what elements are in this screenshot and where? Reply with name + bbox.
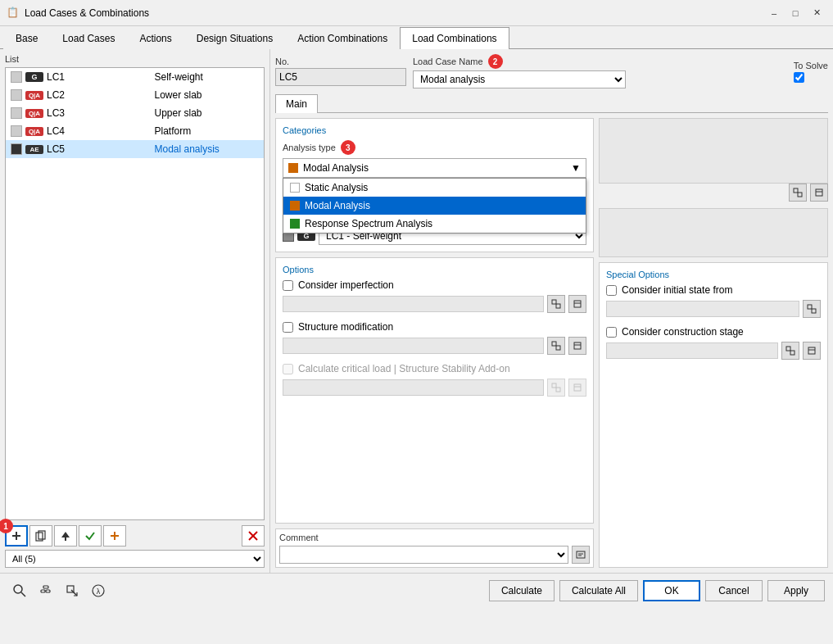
option-row-construction-stage: Consider construction stage [606, 326, 821, 360]
minimize-button[interactable]: – [764, 5, 784, 21]
dropdown-item-modal[interactable]: Modal Analysis [283, 197, 586, 215]
svg-rect-23 [577, 551, 585, 558]
dropdown-arrow-icon: ▼ [571, 162, 581, 174]
svg-rect-38 [43, 586, 48, 588]
ok-button[interactable]: OK [643, 580, 700, 601]
svg-rect-27 [798, 193, 802, 197]
comment-section: Comment [275, 528, 594, 568]
tab-actions[interactable]: Actions [127, 27, 183, 49]
svg-line-37 [21, 592, 25, 596]
initial-state-btn[interactable] [803, 300, 821, 318]
bottom-icons: λ [8, 579, 110, 602]
construction-stage-btn1[interactable] [781, 342, 799, 360]
structure-btn1[interactable] [547, 337, 565, 355]
category-btn2[interactable] [810, 184, 828, 202]
analysis-type-list: Static Analysis Modal Analysis Response … [283, 178, 586, 234]
structure-modification-label: Structure modification [298, 321, 393, 333]
tab-action-combinations[interactable]: Action Combinations [285, 27, 400, 49]
circle-badge-2: 2 [488, 54, 503, 69]
imperfection-btn2[interactable] [568, 295, 586, 313]
svg-rect-31 [812, 309, 816, 313]
circle-badge-3: 3 [341, 140, 355, 155]
consider-construction-stage-checkbox[interactable] [606, 327, 617, 338]
comment-select[interactable] [279, 546, 568, 564]
move-up-button[interactable] [54, 525, 77, 546]
initial-state-input [606, 301, 799, 317]
svg-text:λ: λ [97, 587, 101, 596]
list-item-name-lc5: Modal analysis [155, 143, 260, 155]
list-item-selected[interactable]: AE LC5 Modal analysis [6, 140, 264, 158]
side-gray-box-top [599, 118, 828, 184]
list-item-id-lc4: LC4 [47, 125, 152, 137]
dropdown-item-response[interactable]: Response Spectrum Analysis [283, 215, 586, 233]
category-btn1[interactable] [789, 184, 807, 202]
apply-button[interactable]: Apply [767, 580, 825, 601]
tab-load-cases[interactable]: Load Cases [50, 27, 127, 49]
imperfection-btn1[interactable] [547, 295, 565, 313]
svg-rect-33 [790, 351, 795, 355]
app-icon: 📋 [7, 7, 20, 20]
list-item[interactable]: Q|A LC3 Upper slab [6, 104, 264, 122]
svg-rect-32 [786, 347, 790, 351]
dropdown-item-label: Static Analysis [305, 182, 368, 193]
to-solve-checkbox[interactable] [794, 72, 804, 83]
critical-btn2 [568, 379, 586, 397]
critical-btn1 [547, 379, 565, 397]
list-filter-select[interactable]: All (5) [5, 550, 265, 568]
tab-design-situations[interactable]: Design Situations [184, 27, 285, 49]
item-color-lc3 [11, 107, 22, 119]
close-button[interactable]: ✕ [807, 5, 826, 21]
tab-base[interactable]: Base [3, 27, 50, 49]
list-item-id-lc2: LC2 [47, 89, 152, 101]
list-item-name-lc1: Self-weight [155, 71, 260, 83]
construction-stage-btn2[interactable] [803, 342, 821, 360]
delete-item-button[interactable] [242, 525, 265, 546]
options-section: Options Consider imperfection [275, 257, 594, 524]
maximize-button[interactable]: □ [785, 5, 805, 21]
badge-lc4: Q|A [25, 127, 43, 136]
consider-imperfection-checkbox[interactable] [283, 280, 293, 291]
load-case-name-select[interactable]: Modal analysis [413, 70, 626, 88]
list-item-id-lc5: LC5 [47, 143, 152, 155]
load-case-name-group: Load Case Name 2 Modal analysis [413, 54, 626, 88]
window-controls: – □ ✕ [764, 5, 826, 21]
no-field-group: No. [275, 57, 406, 86]
initial-state-sub-row [606, 300, 821, 318]
dropdown-item-static[interactable]: Static Analysis [283, 179, 586, 197]
list-item[interactable]: Q|A LC2 Lower slab [6, 86, 264, 104]
duplicate-item-button[interactable] [29, 525, 52, 546]
structure-btn2[interactable] [568, 337, 586, 355]
svg-rect-19 [552, 383, 556, 388]
side-content: Special Options Consider initial state f… [599, 118, 828, 568]
uncheck-button[interactable] [103, 525, 126, 546]
check-button[interactable] [79, 525, 102, 546]
badge-lc5: AE [25, 145, 43, 154]
svg-rect-20 [556, 388, 560, 392]
cancel-button[interactable]: Cancel [705, 580, 763, 601]
critical-load-checkbox[interactable] [283, 364, 293, 374]
list-item[interactable]: Q|A LC4 Platform [6, 122, 264, 140]
title-bar: 📋 Load Cases & Combinations – □ ✕ [0, 0, 833, 26]
calculate-all-button[interactable]: Calculate All [559, 580, 638, 601]
critical-load-label: Calculate critical load | Structure Stab… [298, 363, 510, 374]
settings-icon-btn[interactable] [34, 579, 57, 602]
export-icon-btn[interactable] [61, 579, 84, 602]
comment-btn[interactable] [572, 546, 590, 564]
search-icon-btn[interactable] [8, 579, 31, 602]
consider-initial-state-checkbox[interactable] [606, 285, 617, 296]
construction-stage-input [606, 342, 778, 359]
svg-rect-16 [556, 346, 560, 350]
tab-load-combinations[interactable]: Load Combinations [400, 27, 509, 49]
list-item[interactable]: G LC1 Self-weight [6, 68, 264, 86]
structure-input [283, 338, 544, 354]
calculate-button[interactable]: Calculate [489, 580, 555, 601]
tab-main[interactable]: Main [275, 94, 318, 113]
structure-modification-checkbox[interactable] [283, 322, 293, 333]
info-icon-btn[interactable]: λ [87, 579, 110, 602]
no-input[interactable] [275, 68, 406, 86]
list-item-id-lc3: LC3 [47, 107, 152, 119]
analysis-type-dropdown[interactable]: Modal Analysis ▼ [283, 158, 586, 178]
main-tab-bar: Base Load Cases Actions Design Situation… [0, 26, 833, 49]
svg-rect-40 [46, 590, 50, 592]
list-label: List [5, 54, 265, 64]
